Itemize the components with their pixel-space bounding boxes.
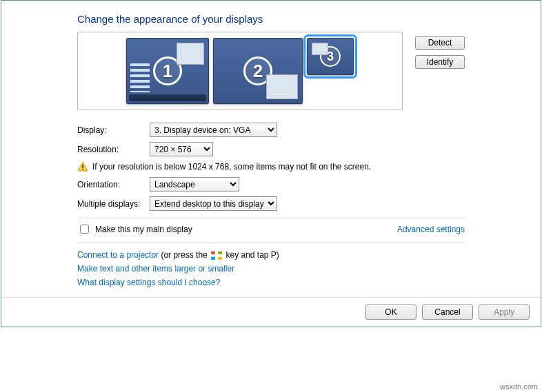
main-display-text: Make this my main display <box>95 225 192 234</box>
resolution-warning: If your resolution is below 1024 x 768, … <box>77 161 465 172</box>
resolution-row: Resolution: 720 × 576 <box>77 142 465 156</box>
display-row: Display: 3. Display device on: VGA <box>77 123 465 137</box>
help-links: Connect to a projector (or press the key… <box>77 250 465 287</box>
page-title: Change the appearance of your displays <box>77 13 465 25</box>
window-mock <box>177 43 204 65</box>
main-display-row: Make this my main display Advanced setti… <box>77 223 465 236</box>
display-arrangement-box[interactable]: 1 2 3 <box>77 32 403 110</box>
svg-rect-2 <box>82 169 83 170</box>
multiple-displays-select[interactable]: Extend desktop to this display <box>150 196 277 211</box>
ok-button[interactable]: OK <box>365 305 416 320</box>
cancel-button[interactable]: Cancel <box>422 305 473 320</box>
divider <box>77 218 465 218</box>
resolution-label: Resolution: <box>77 145 150 154</box>
projector-row: Connect to a projector (or press the key… <box>77 250 465 260</box>
preview-row: 1 2 3 Detect Identify <box>77 32 465 110</box>
window-mock <box>312 43 328 55</box>
taskbar-mock <box>129 94 206 101</box>
monitor-number: 1 <box>163 61 172 82</box>
preview-side-buttons: Detect Identify <box>415 32 465 69</box>
resolution-select[interactable]: 720 × 576 <box>150 142 213 156</box>
desktop-icons-mock <box>130 63 150 92</box>
identify-button[interactable]: Identify <box>415 55 465 69</box>
apply-button[interactable]: Apply <box>479 305 530 320</box>
warning-text: If your resolution is below 1024 x 768, … <box>92 162 371 172</box>
svg-rect-1 <box>82 165 83 168</box>
orientation-label: Orientation: <box>77 180 150 189</box>
window-mock <box>266 74 298 99</box>
orientation-select[interactable]: Landscape <box>150 177 239 192</box>
monitor-1[interactable]: 1 <box>126 38 209 104</box>
help-link[interactable]: What display settings should I choose? <box>77 278 220 287</box>
dialog-footer: OK Cancel Apply <box>1 297 541 327</box>
monitor-2[interactable]: 2 <box>213 38 303 104</box>
monitor-number: 2 <box>253 61 263 82</box>
multiple-displays-row: Multiple displays: Extend desktop to thi… <box>77 196 465 211</box>
warning-icon <box>77 161 88 172</box>
projector-suffix-post: key and tap P) <box>225 250 279 260</box>
detect-button[interactable]: Detect <box>415 36 465 50</box>
divider <box>77 243 465 243</box>
connect-projector-link[interactable]: Connect to a projector <box>77 250 159 260</box>
watermark: wsxdn.com <box>500 382 538 391</box>
display-label: Display: <box>77 125 150 135</box>
projector-suffix-pre: (or press the <box>161 250 210 260</box>
display-settings-window: Change the appearance of your displays 1… <box>1 0 541 327</box>
display-select[interactable]: 3. Display device on: VGA <box>150 123 277 137</box>
advanced-settings-link[interactable]: Advanced settings <box>397 225 465 234</box>
main-display-checkbox-label[interactable]: Make this my main display <box>77 223 192 236</box>
content-area: Change the appearance of your displays 1… <box>1 1 541 297</box>
windows-key-icon <box>211 251 222 260</box>
monitor-3[interactable]: 3 <box>307 38 354 75</box>
multiple-displays-label: Multiple displays: <box>77 199 150 209</box>
text-size-link[interactable]: Make text and other items larger or smal… <box>77 264 234 274</box>
main-display-checkbox[interactable] <box>80 225 89 234</box>
orientation-row: Orientation: Landscape <box>77 177 465 192</box>
